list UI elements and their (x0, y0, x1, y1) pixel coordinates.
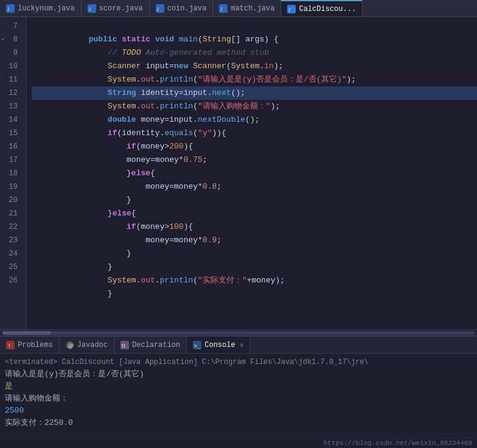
tab-calcdiscount[interactable]: J CalcDiscou... (281, 0, 363, 16)
console-line-4: 2500 (5, 405, 472, 417)
java-file-icon-active: J (287, 5, 296, 13)
tab-luckynum-label: luckynum.java (18, 4, 75, 13)
tab-javadoc[interactable]: @ Javadoc (60, 337, 114, 353)
editor-tab-bar: J luckynum.java J score.java J coin.java… (0, 0, 477, 17)
tab-match[interactable]: J match.java (213, 0, 281, 16)
svg-text:J: J (288, 7, 290, 13)
code-content[interactable]: public static void main(String[] args) {… (27, 17, 477, 329)
scrollbar-track[interactable] (2, 331, 475, 335)
tab-score-label: score.java (99, 4, 143, 13)
scrollbar-thumb[interactable] (2, 331, 51, 335)
tab-javadoc-label: Javadoc (77, 341, 108, 349)
tab-coin[interactable]: J coin.java (150, 0, 214, 16)
console-terminated-header: <terminated> CalcDiscount [Java Applicat… (5, 356, 472, 368)
console-line-3: 请输入购物金额： (5, 393, 472, 405)
editor-scrollbar[interactable] (0, 329, 477, 335)
tab-console[interactable]: >_ Console ✕ (187, 337, 250, 353)
problems-icon: ! (6, 341, 15, 349)
tab-coin-label: coin.java (167, 4, 207, 13)
console-icon: >_ (193, 341, 201, 349)
svg-text:@: @ (68, 343, 73, 349)
tab-score[interactable]: J score.java (82, 0, 150, 16)
svg-text:>_: >_ (194, 343, 200, 349)
java-file-icon: J (6, 4, 15, 13)
console-line-1: 请输入是是(y)否是会员：是/否(其它) (5, 368, 472, 380)
console-close-hint: ✕ (240, 341, 244, 349)
bottom-tab-bar: ! Problems @ Javadoc D Declaration >_ Co… (0, 337, 477, 354)
tab-calcdiscount-label: CalcDiscou... (299, 5, 356, 13)
tab-problems-label: Problems (18, 341, 53, 349)
java-file-icon: J (156, 4, 164, 13)
svg-text:J: J (220, 7, 222, 12)
console-output: <terminated> CalcDiscount [Java Applicat… (0, 354, 477, 438)
declaration-icon: D (120, 341, 129, 349)
console-footer: https://blog.csdn.net/weixin_60234469 (0, 438, 477, 448)
console-line-2: 是 (5, 380, 472, 393)
javadoc-icon: @ (66, 341, 74, 349)
code-editor: 7 8 9 10 11 12 13 14 15 16 17 18 19 20 2… (0, 17, 477, 335)
java-file-icon: J (88, 4, 96, 13)
bottom-panel: ! Problems @ Javadoc D Declaration >_ Co… (0, 335, 477, 448)
svg-text:J: J (7, 7, 9, 12)
console-line-5: 实际支付：2250.0 (5, 417, 472, 429)
code-container[interactable]: 7 8 9 10 11 12 13 14 15 16 17 18 19 20 2… (0, 17, 477, 329)
tab-luckynum[interactable]: J luckynum.java (0, 0, 82, 16)
tab-console-label: Console (204, 341, 235, 349)
code-line-7: public static void main(String[] args) { (32, 19, 477, 33)
console-url: https://blog.csdn.net/weixin_60234469 (324, 439, 472, 447)
svg-text:D: D (122, 343, 125, 349)
svg-text:J: J (157, 7, 159, 12)
svg-text:J: J (89, 7, 91, 12)
svg-text:!: ! (9, 343, 10, 349)
tab-declaration[interactable]: D Declaration (114, 337, 187, 353)
tab-declaration-label: Declaration (132, 341, 180, 349)
tab-problems[interactable]: ! Problems (0, 337, 60, 353)
svg-rect-10 (6, 341, 15, 349)
tab-match-label: match.java (231, 4, 274, 13)
line-numbers: 7 8 9 10 11 12 13 14 15 16 17 18 19 20 2… (0, 17, 27, 329)
java-file-icon: J (219, 4, 228, 13)
